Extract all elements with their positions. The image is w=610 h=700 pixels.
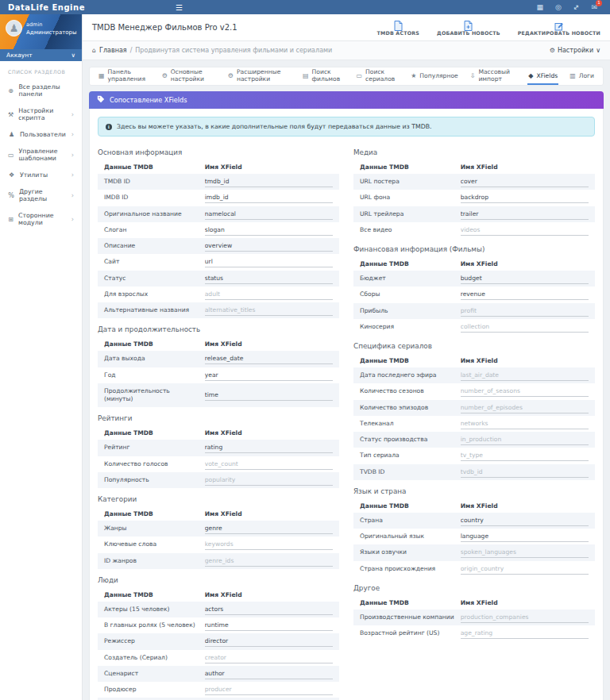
xfield-input[interactable] [461, 547, 589, 558]
messages-icon[interactable]: ✉1 [591, 4, 597, 11]
monitor-icon: ▭ [8, 152, 14, 159]
xfield-input[interactable] [205, 523, 333, 534]
xfield-input[interactable] [461, 209, 589, 220]
tab-поиск-фильмов[interactable]: ▤Поиск фильмов [302, 67, 346, 85]
xfield-input[interactable] [205, 539, 333, 550]
tab-основные-настройки[interactable]: ⚙Основные настройки [161, 67, 217, 85]
xfield-input[interactable] [205, 240, 333, 252]
tab-label: Логи [579, 72, 594, 79]
xfield-input[interactable] [205, 370, 333, 381]
xfield-input[interactable] [205, 442, 333, 453]
xfield-input[interactable] [205, 652, 333, 663]
xfield-input[interactable] [461, 370, 589, 381]
column-header-xfield: Имя XField [461, 260, 589, 267]
row-label: URL фона [360, 192, 461, 203]
right-column: МедиаДанные TMDBИмя XFieldURL постераURL… [353, 144, 595, 700]
account-dropdown[interactable]: Аккаунт ∨ [0, 49, 82, 61]
xfield-input[interactable] [461, 386, 589, 397]
xfield-input[interactable] [205, 305, 333, 316]
column-header-xfield: Имя XField [205, 340, 333, 348]
tab-панель-управления[interactable]: ▦Панель управления [98, 67, 151, 85]
xfield-input[interactable] [205, 668, 333, 679]
xfield-input[interactable] [205, 209, 333, 220]
tmdb-actors-button[interactable]: TMDB ACTORS [377, 19, 420, 36]
tab-логи[interactable]: ▥Логи [569, 67, 595, 85]
xfield-input[interactable] [461, 418, 589, 429]
sidebar-item[interactable]: ⚒Настройки скрипта› [0, 102, 82, 126]
xfield-input[interactable] [461, 289, 589, 300]
hamburger-icon[interactable]: ☰ [171, 3, 187, 12]
row-label: Страна происхождения [360, 563, 461, 575]
xfield-input[interactable] [461, 612, 589, 623]
xfield-input[interactable] [205, 475, 333, 486]
sidebar-item[interactable]: ⊞Сторонние модули› [0, 207, 82, 231]
xfield-input[interactable] [205, 604, 333, 615]
xfield-input[interactable] [461, 306, 589, 317]
sidebar-item[interactable]: ⊕Все разделы панели [0, 79, 82, 102]
xfield-input[interactable] [461, 450, 589, 461]
logs-icon: ▥ [569, 72, 576, 79]
extensions-icon[interactable]: ▦ [537, 4, 544, 11]
xfield-input[interactable] [205, 620, 333, 631]
xfield-input[interactable] [205, 636, 333, 647]
breadcrumb-path: Продвинутая система управления фильмами … [135, 47, 332, 54]
xfield-input[interactable] [205, 459, 333, 470]
xfield-input[interactable] [461, 515, 589, 526]
column-header-xfield: Имя XField [461, 163, 589, 171]
column-header-tmdb: Данные TMDB [360, 260, 461, 267]
sidebar-item[interactable]: ♟Пользователи› [0, 126, 82, 143]
tab-расширенные-настройки[interactable]: ⚙Расширенные настройки [227, 67, 291, 85]
xfield-input[interactable] [461, 402, 589, 413]
modules-icon: ⊞ [8, 216, 14, 223]
row-label: Все видео [360, 225, 461, 236]
xfield-input[interactable] [461, 273, 589, 284]
chevron-right-icon: › [71, 192, 74, 199]
breadcrumb-home-link[interactable]: Главная [99, 47, 127, 54]
xfield-input[interactable] [461, 225, 589, 236]
sidebar-item[interactable]: ▭Управление шаблонами› [0, 143, 82, 167]
view-site-icon[interactable]: ◎ [555, 4, 562, 11]
xfield-input[interactable] [461, 434, 589, 445]
xfield-input[interactable] [461, 531, 589, 542]
xfield-input[interactable] [461, 321, 589, 333]
sidebar-item[interactable]: %Другие разделы› [0, 183, 82, 207]
chevron-down-icon: ∨ [71, 52, 76, 59]
add-news-button[interactable]: ДОБАВИТЬ НОВОСТЬ [437, 19, 500, 36]
avatar[interactable]: ♟ [6, 20, 22, 37]
xfield-input[interactable] [205, 176, 333, 187]
xfield-input[interactable] [205, 684, 333, 695]
xfield-input[interactable] [461, 467, 589, 478]
film-search-icon: ▤ [303, 72, 309, 79]
table-row: TVDB ID [353, 464, 595, 480]
table-row: IMDB ID [98, 190, 339, 206]
main-area: TMDB Менеджер Фильмов Pro v2.1 TMDB ACTO… [83, 14, 610, 700]
tab-массовый-импорт[interactable]: ⇩Массовый импорт [469, 67, 518, 85]
page-title: TMDB Менеджер Фильмов Pro v2.1 [92, 23, 360, 32]
brand-logo[interactable]: DataLife Engine [0, 3, 171, 12]
xfield-input[interactable] [461, 563, 589, 575]
xfield-input[interactable] [205, 390, 333, 401]
xfield-input[interactable] [205, 556, 333, 567]
xfield-input[interactable] [461, 192, 589, 203]
tab-популярное[interactable]: ★Популярное [410, 67, 459, 85]
user-role: Администраторы [26, 29, 77, 36]
fullscreen-icon[interactable]: ↔ [573, 4, 580, 11]
edit-news-button[interactable]: РЕДАКТИРОВАТЬ НОВОСТИ [518, 19, 600, 36]
xfield-input[interactable] [205, 192, 333, 203]
settings-dropdown[interactable]: ⚙ Настройки ∨ [550, 47, 600, 54]
xfield-input[interactable] [205, 273, 333, 284]
sidebar-item[interactable]: ❖Утилиты› [0, 167, 82, 183]
section-title: Медиа [353, 148, 595, 156]
xfield-input[interactable] [205, 256, 333, 267]
xfield-input[interactable] [205, 289, 333, 300]
column-header-tmdb: Данные TMDB [360, 502, 461, 510]
home-icon: ⌂ [92, 47, 96, 54]
xfield-input[interactable] [461, 628, 589, 639]
xfield-input[interactable] [205, 353, 333, 364]
tab-xfields[interactable]: ◆XFields [527, 67, 558, 85]
xfield-input[interactable] [461, 176, 589, 187]
tab-поиск-сериалов[interactable]: ▭Поиск сериалов [356, 67, 400, 85]
xfield-input[interactable] [205, 225, 333, 236]
table-row: Оригинальный язык [353, 529, 595, 544]
row-label: Дата выхода [104, 353, 205, 364]
